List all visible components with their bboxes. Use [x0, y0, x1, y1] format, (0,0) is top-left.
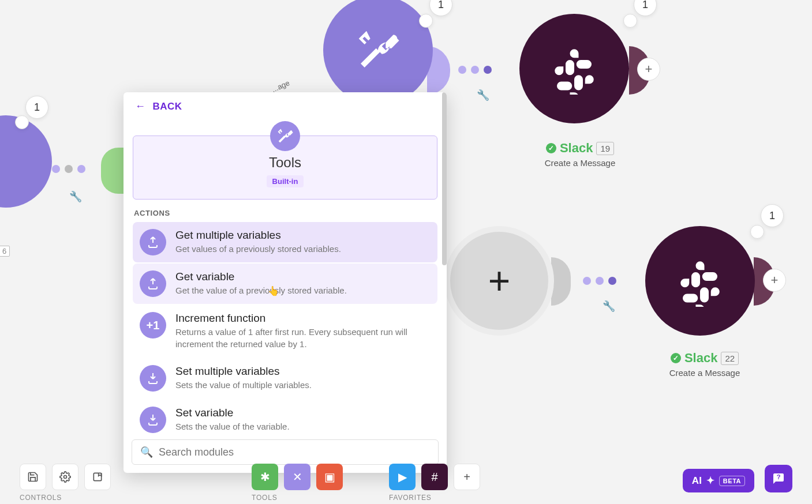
wrench-icon[interactable]: 🔧 [477, 89, 489, 101]
upload-icon [140, 270, 166, 297]
action-list[interactable]: Get multiple variables Get values of a p… [124, 222, 447, 434]
back-label: BACK [153, 101, 182, 112]
back-button[interactable]: ← BACK [124, 92, 447, 121]
node-bubble: 1 [761, 204, 784, 227]
controls-group: CONTROLS [20, 464, 111, 502]
increment-icon: +1 [140, 312, 166, 338]
node-empty[interactable]: + [444, 226, 554, 336]
fav-btn-1[interactable]: ▶ [389, 464, 416, 490]
settings-button[interactable] [52, 464, 78, 490]
arrow-left-icon: ← [135, 100, 146, 112]
action-set-variable[interactable]: Set variable Sets the value of the varia… [133, 400, 437, 434]
action-set-multiple-variables[interactable]: Set multiple variables Sets the value of… [133, 358, 437, 398]
help-button[interactable]: ? [765, 465, 792, 492]
partial-label: ...age [270, 78, 291, 94]
module-picker-panel: ← BACK Tools Built-in ACTIONS Get multip… [124, 92, 447, 473]
search-box[interactable]: 🔍 [132, 439, 439, 465]
save-button[interactable] [20, 464, 46, 490]
node-bubble-small [419, 14, 433, 28]
node-slack-2[interactable] [645, 226, 755, 336]
svg-text:?: ? [777, 473, 781, 480]
wrench-icon[interactable]: 🔧 [69, 190, 82, 203]
action-get-variable[interactable]: Get variable Get the value of a previous… [133, 264, 437, 304]
node-slack-1[interactable] [519, 14, 629, 123]
check-icon: ✓ [671, 353, 681, 363]
side-step-num: 6 [0, 246, 10, 257]
connector-dots [458, 66, 492, 74]
action-get-multiple-variables[interactable]: Get multiple variables Get values of a p… [133, 222, 437, 262]
node-tools[interactable] [323, 0, 433, 105]
tool-btn-3[interactable]: ▣ [316, 464, 343, 490]
wrench-icon[interactable]: 🔧 [603, 300, 615, 313]
node-bubble-small [15, 115, 29, 129]
node-bubble: 1 [429, 0, 452, 16]
node-bubble: 1 [25, 96, 48, 119]
sparkle-icon: ✦ [706, 475, 714, 487]
module-title: Tools [143, 155, 428, 171]
tools-icon [270, 121, 300, 151]
tool-btn-1[interactable]: ✱ [252, 464, 278, 490]
node-label-slack-2: ✓ Slack 22 Create a Message [644, 351, 765, 378]
node-bubble: 1 [634, 0, 657, 16]
module-header: Tools Built-in [133, 136, 437, 200]
scrollbar[interactable] [442, 92, 447, 265]
node-connector-cap [551, 257, 571, 306]
svg-rect-1 [93, 473, 101, 480]
tools-label: TOOLS [252, 494, 343, 502]
fav-add-button[interactable]: + [454, 464, 480, 490]
upload-icon [140, 229, 166, 255]
ai-button[interactable]: AI ✦ BETA [683, 469, 754, 492]
search-input[interactable] [159, 446, 430, 458]
fav-btn-2[interactable]: # [421, 464, 448, 490]
favorites-group: ▶ # + FAVORITES [389, 464, 480, 502]
add-node-button[interactable]: + [637, 58, 660, 81]
section-label-actions: ACTIONS [124, 206, 447, 222]
connector-dots [52, 165, 85, 173]
tools-group: ✱ ✕ ▣ TOOLS [252, 464, 343, 502]
cursor-icon: 👆 [268, 285, 279, 296]
tool-btn-2[interactable]: ✕ [284, 464, 310, 490]
node-partial-left[interactable] [0, 115, 52, 208]
controls-label: CONTROLS [20, 494, 111, 502]
download-icon [140, 365, 166, 392]
plus-icon: + [488, 259, 511, 303]
connector-dots [583, 277, 616, 285]
node-bubble-small [750, 225, 764, 239]
check-icon: ✓ [546, 143, 556, 153]
action-increment-function[interactable]: +1 Increment function Returns a value of… [133, 305, 437, 357]
notes-button[interactable] [84, 464, 111, 490]
search-icon: 🔍 [140, 446, 153, 458]
beta-badge: BETA [719, 476, 745, 486]
svg-point-0 [64, 476, 67, 479]
node-label-slack-1: ✓ Slack 19 Create a Message [519, 141, 641, 168]
favorites-label: FAVORITES [389, 494, 480, 502]
add-node-button[interactable]: + [763, 269, 786, 292]
node-bubble-small [623, 14, 637, 28]
download-icon [140, 407, 166, 433]
builtin-badge: Built-in [267, 175, 304, 187]
